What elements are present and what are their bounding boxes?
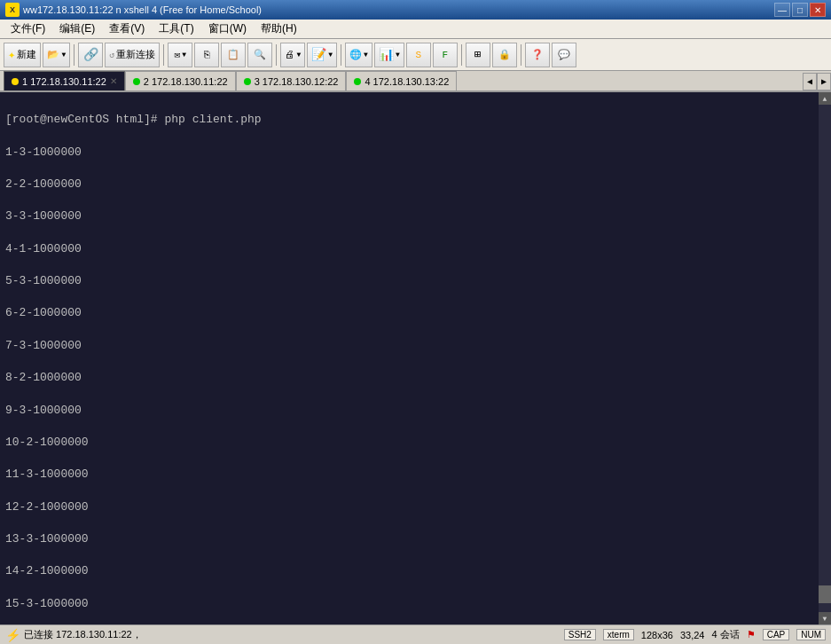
tab-nav: ◀ ▶ — [803, 73, 831, 90]
copy-icon: ⎘ — [204, 50, 210, 60]
paste-button[interactable]: 📋 — [221, 43, 246, 67]
transfer-button[interactable]: 📊 ▼ — [374, 43, 404, 67]
dropdown-arrow2-icon: ▼ — [182, 51, 186, 59]
menu-tools[interactable]: 工具(T) — [152, 20, 200, 38]
scrollbar-track[interactable] — [819, 105, 831, 612]
reconnect-icon: ↺ — [109, 50, 114, 60]
find-button[interactable]: 🔍 — [247, 43, 272, 67]
ssh-badge: SSH2 — [564, 629, 596, 640]
menu-view[interactable]: 查看(V) — [102, 20, 152, 38]
cap-badge: CAP — [763, 629, 790, 640]
compose-icon: ✉ — [175, 49, 181, 60]
status-left: ⚡ 已连接 172.18.130.11:22， — [5, 628, 142, 642]
connect-button[interactable]: 🔗 — [78, 43, 103, 67]
menu-file[interactable]: 文件(F) — [4, 20, 52, 38]
tab-dot-3 — [244, 78, 251, 85]
new-session-button[interactable]: ✦ 新建 — [4, 43, 41, 67]
copy-button[interactable]: ⎘ — [194, 43, 219, 67]
title-bar-text: ww172.18.130.11:22 n xshell 4 (Free for … — [23, 4, 262, 15]
tab-3[interactable]: 3 172.18.130.12:22 — [236, 71, 347, 90]
browser-button[interactable]: 🌐 ▼ — [345, 43, 372, 67]
dropdown-arrow-icon: ▼ — [61, 51, 66, 59]
compose-button[interactable]: ✉ ▼ — [168, 43, 192, 67]
app-icon: X — [5, 3, 20, 17]
chat-icon: 💬 — [558, 49, 570, 60]
num-badge: NUM — [796, 629, 826, 640]
print-button[interactable]: 🖨 ▼ — [280, 43, 305, 67]
separator-1 — [74, 44, 74, 66]
menu-edit[interactable]: 编辑(E) — [52, 20, 102, 38]
separator-4 — [341, 44, 341, 66]
term-line-6: 6-2-1000000 — [5, 305, 826, 321]
title-bar-controls: — □ ✕ — [774, 3, 826, 17]
dropdown-arrow6-icon: ▼ — [396, 51, 400, 59]
term-line-9: 9-3-1000000 — [5, 403, 826, 419]
reconnect-label: 重新连接 — [116, 48, 155, 61]
new-label: 新建 — [17, 48, 36, 61]
tab-dot-4 — [354, 78, 361, 85]
open-button[interactable]: 📂 ▼ — [43, 43, 70, 67]
new-icon: ✦ — [8, 47, 15, 62]
tab-4[interactable]: 4 172.18.130.13:22 — [346, 71, 457, 90]
status-right: SSH2 xterm 128x36 33,24 4 会话 ⚑ CAP NUM — [564, 628, 826, 641]
dropdown-arrow3-icon: ▼ — [296, 51, 301, 59]
maximize-button[interactable]: □ — [792, 3, 808, 17]
tab-dot-1 — [12, 78, 19, 85]
term-line-14: 14-2-1000000 — [5, 563, 826, 579]
separator-6 — [521, 44, 521, 66]
layout-button[interactable]: ⊞ — [466, 43, 490, 67]
transfer-icon: 📊 — [379, 47, 394, 62]
term-line-3: 3-3-1000000 — [5, 208, 826, 224]
terminal-scrollbar[interactable]: ▲ ▼ — [819, 92, 831, 624]
menu-bar: 文件(F) 编辑(E) 查看(V) 工具(T) 窗口(W) 帮助(H) — [0, 20, 831, 39]
sftp-icon: S — [415, 50, 421, 60]
term-line-12: 12-2-1000000 — [5, 499, 826, 515]
tab-label-2: 2 172.18.130.11:22 — [144, 76, 228, 87]
close-button[interactable]: ✕ — [810, 3, 826, 17]
help-icon: ❓ — [531, 49, 544, 60]
tab-close-1[interactable]: ✕ — [110, 76, 117, 86]
term-line-4: 4-1-1000000 — [5, 241, 826, 257]
scrollbar-thumb[interactable] — [819, 585, 831, 603]
term-line-7: 7-3-1000000 — [5, 338, 826, 354]
sessions-icon: ⚑ — [747, 629, 756, 640]
help-button[interactable]: ❓ — [525, 43, 550, 67]
browser-icon: 🌐 — [349, 49, 362, 60]
tab-2[interactable]: 2 172.18.130.11:22 — [125, 71, 236, 90]
status-bar: ⚡ 已连接 172.18.130.11:22， SSH2 xterm 128x3… — [0, 624, 831, 644]
separator-3 — [276, 44, 277, 66]
title-bar-left: X ww172.18.130.11:22 n xshell 4 (Free fo… — [5, 3, 262, 17]
tab-prev-button[interactable]: ◀ — [803, 73, 817, 90]
status-warning-icon: ⚡ — [5, 628, 20, 642]
separator-2 — [163, 44, 164, 66]
term-line-15: 15-3-1000000 — [5, 596, 826, 612]
menu-window[interactable]: 窗口(W) — [201, 20, 254, 38]
tab-next-button[interactable]: ▶ — [817, 73, 831, 90]
tab-label-3: 3 172.18.130.12:22 — [255, 76, 339, 87]
tab-1[interactable]: 1 172.18.130.11:22 ✕ — [4, 71, 125, 90]
menu-help[interactable]: 帮助(H) — [254, 20, 304, 38]
ftp-button[interactable]: F — [433, 43, 458, 67]
open-icon: 📂 — [47, 49, 59, 60]
chat-button[interactable]: 💬 — [552, 43, 576, 67]
reconnect-button[interactable]: ↺ 重新连接 — [105, 43, 160, 67]
ftp-icon: F — [442, 50, 448, 60]
tab-bar: 1 172.18.130.11:22 ✕ 2 172.18.130.11:22 … — [0, 71, 831, 92]
scrollbar-down-button[interactable]: ▼ — [819, 612, 831, 624]
dimensions-text: 128x36 — [641, 630, 673, 640]
tab-label-4: 4 172.18.130.13:22 — [365, 76, 449, 87]
connection-status-text: 已连接 172.18.130.11:22， — [24, 628, 142, 641]
term-line-13: 13-3-1000000 — [5, 531, 826, 547]
term-line-11: 11-3-1000000 — [5, 467, 826, 483]
find-icon: 🔍 — [254, 49, 266, 60]
terminal[interactable]: [root@newCentOS html]# php client.php 1-… — [0, 92, 831, 624]
scrollbar-up-button[interactable]: ▲ — [819, 92, 831, 105]
log-button[interactable]: 📝 ▼ — [307, 43, 337, 67]
minimize-button[interactable]: — — [774, 3, 790, 17]
paste-icon: 📋 — [227, 49, 239, 60]
term-line-2: 2-2-1000000 — [5, 177, 826, 192]
lock-icon: 🔒 — [498, 49, 511, 60]
print-icon: 🖨 — [285, 49, 294, 60]
sftp-button[interactable]: S — [406, 43, 431, 67]
lock-button[interactable]: 🔒 — [492, 43, 517, 67]
